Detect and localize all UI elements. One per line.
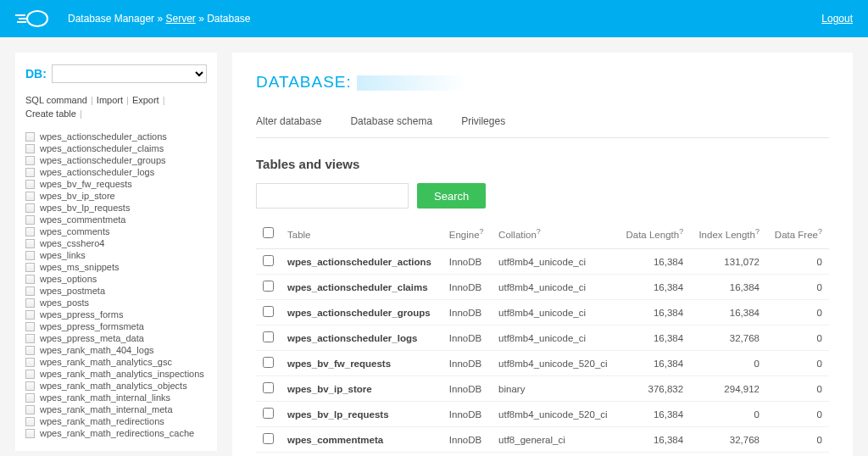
- sidebar-table-label: wpes_rank_math_internal_links: [40, 392, 170, 403]
- cell-data-length: 16,384: [617, 249, 690, 275]
- table-icon: [25, 310, 35, 320]
- sidebar-table-label: wpes_rank_math_redirections: [40, 416, 164, 426]
- sidebar-table-item[interactable]: wpes_ppress_forms: [25, 309, 207, 320]
- cell-table[interactable]: wpes_bv_ip_store: [281, 376, 442, 402]
- sidebar-table-item[interactable]: wpes_bv_ip_store: [25, 190, 207, 202]
- cell-engine: InnoDB: [442, 453, 492, 457]
- sidebar-table-item[interactable]: wpes_posts: [25, 297, 207, 309]
- sidebar-table-item[interactable]: wpes_csshero4: [25, 237, 207, 249]
- svg-rect-3: [17, 21, 26, 23]
- logout-link[interactable]: Logout: [821, 13, 853, 25]
- sidebar-table-item[interactable]: wpes_rank_math_internal_meta: [25, 403, 207, 415]
- cell-collation: utf8mb4_unicode_520_ci: [492, 351, 617, 376]
- cell-table[interactable]: wpes_commentmeta: [281, 427, 442, 453]
- cell-collation: utf8mb4_unicode_ci: [492, 249, 617, 275]
- sidebar-table-list: wpes_actionscheduler_actionswpes_actions…: [25, 131, 207, 439]
- cell-data-free: 0: [766, 376, 829, 402]
- col-table[interactable]: Table: [281, 219, 442, 249]
- cell-collation: utf8mb4_unicode_ci: [492, 275, 617, 300]
- sql-command-link[interactable]: SQL command: [25, 95, 87, 105]
- row-checkbox[interactable]: [263, 306, 274, 317]
- sidebar-table-item[interactable]: wpes_links: [25, 249, 207, 261]
- breadcrumb-server[interactable]: Server: [165, 13, 195, 25]
- col-collation[interactable]: Collation?: [492, 219, 617, 249]
- tab-privileges[interactable]: Privileges: [461, 115, 505, 127]
- table-icon: [25, 417, 35, 426]
- cell-data-free: 0: [766, 275, 829, 300]
- row-checkbox[interactable]: [263, 382, 274, 393]
- sidebar-table-item[interactable]: wpes_options: [25, 273, 207, 285]
- cell-collation: utf8_general_ci: [492, 427, 617, 453]
- table-icon: [25, 239, 35, 248]
- table-icon: [25, 322, 35, 331]
- tab-database-schema[interactable]: Database schema: [350, 115, 432, 127]
- sidebar-table-label: wpes_commentmeta: [40, 214, 126, 225]
- row-checkbox[interactable]: [263, 281, 274, 292]
- app-logo: [15, 9, 49, 28]
- cell-collation: binary: [492, 376, 617, 402]
- sidebar-table-item[interactable]: wpes_actionscheduler_groups: [25, 154, 207, 166]
- row-checkbox[interactable]: [263, 408, 274, 419]
- sidebar-table-item[interactable]: wpes_ppress_meta_data: [25, 332, 207, 344]
- cell-data-free: 0: [766, 325, 829, 351]
- sidebar-table-item[interactable]: wpes_rank_math_analytics_objects: [25, 380, 207, 392]
- tab-alter-database[interactable]: Alter database: [256, 115, 321, 127]
- row-checkbox[interactable]: [263, 357, 274, 368]
- cell-index-length: 16,384: [690, 275, 766, 300]
- cell-engine: InnoDB: [442, 325, 492, 351]
- cell-table[interactable]: wpes_bv_lp_requests: [281, 402, 442, 427]
- sidebar-table-item[interactable]: wpes_bv_fw_requests: [25, 178, 207, 190]
- row-checkbox[interactable]: [263, 433, 274, 444]
- sidebar-table-item[interactable]: wpes_postmeta: [25, 285, 207, 297]
- sidebar-table-item[interactable]: wpes_rank_math_404_logs: [25, 344, 207, 356]
- cell-table[interactable]: wpes_comments: [281, 453, 442, 457]
- sidebar-table-item[interactable]: wpes_rank_math_analytics_inspections: [25, 368, 207, 380]
- select-all-checkbox[interactable]: [263, 227, 274, 238]
- search-input[interactable]: [256, 183, 409, 209]
- cell-data-length: 475,136: [617, 453, 690, 457]
- import-link[interactable]: Import: [97, 95, 123, 105]
- sidebar-table-item[interactable]: wpes_bv_lp_requests: [25, 202, 207, 214]
- create-table-link[interactable]: Create table: [25, 108, 76, 119]
- sidebar-table-item[interactable]: wpes_rank_math_internal_links: [25, 392, 207, 403]
- col-engine[interactable]: Engine?: [442, 219, 492, 249]
- row-checkbox[interactable]: [263, 331, 274, 342]
- sidebar-table-label: wpes_links: [40, 250, 86, 260]
- sidebar-table-item[interactable]: wpes_actionscheduler_logs: [25, 166, 207, 178]
- db-label: DB:: [25, 67, 47, 81]
- sidebar-table-item[interactable]: wpes_ms_snippets: [25, 261, 207, 273]
- sidebar-table-item[interactable]: wpes_rank_math_analytics_gsc: [25, 356, 207, 368]
- table-icon: [25, 275, 35, 284]
- col-data-free[interactable]: Data Free?: [766, 219, 829, 249]
- search-button[interactable]: Search: [417, 183, 486, 209]
- sidebar-table-item[interactable]: wpes_actionscheduler_actions: [25, 131, 207, 142]
- cell-table[interactable]: wpes_actionscheduler_groups: [281, 300, 442, 325]
- table-row: wpes_commentmetaInnoDButf8_general_ci16,…: [256, 427, 829, 453]
- sidebar-table-item[interactable]: wpes_actionscheduler_claims: [25, 142, 207, 154]
- export-link[interactable]: Export: [132, 95, 159, 105]
- sidebar-table-item[interactable]: wpes_comments: [25, 225, 207, 237]
- table-icon: [25, 429, 35, 438]
- sidebar-table-label: wpes_ppress_meta_data: [40, 333, 144, 343]
- cell-table[interactable]: wpes_actionscheduler_claims: [281, 275, 442, 300]
- table-row: wpes_bv_fw_requestsInnoDButf8mb4_unicode…: [256, 351, 829, 376]
- cell-index-length: 16,384: [690, 300, 766, 325]
- sidebar-table-item[interactable]: wpes_commentmeta: [25, 214, 207, 225]
- cell-engine: InnoDB: [442, 275, 492, 300]
- col-data-length[interactable]: Data Length?: [617, 219, 690, 249]
- sidebar-table-item[interactable]: wpes_ppress_formsmeta: [25, 320, 207, 332]
- cell-engine: InnoDB: [442, 249, 492, 275]
- sidebar-table-label: wpes_actionscheduler_claims: [40, 143, 164, 153]
- sidebar-table-item[interactable]: wpes_rank_math_redirections_cache: [25, 427, 207, 439]
- sidebar-table-label: wpes_bv_ip_store: [40, 191, 115, 201]
- table-row: wpes_actionscheduler_actionsInnoDButf8mb…: [256, 249, 829, 275]
- cell-table[interactable]: wpes_actionscheduler_logs: [281, 325, 442, 351]
- breadcrumb-database: Database: [207, 13, 250, 25]
- db-select[interactable]: [52, 64, 207, 83]
- col-index-length[interactable]: Index Length?: [690, 219, 766, 249]
- cell-index-length: 0: [690, 351, 766, 376]
- cell-table[interactable]: wpes_actionscheduler_actions: [281, 249, 442, 275]
- cell-table[interactable]: wpes_bv_fw_requests: [281, 351, 442, 376]
- row-checkbox[interactable]: [263, 255, 274, 266]
- sidebar-table-item[interactable]: wpes_rank_math_redirections: [25, 415, 207, 427]
